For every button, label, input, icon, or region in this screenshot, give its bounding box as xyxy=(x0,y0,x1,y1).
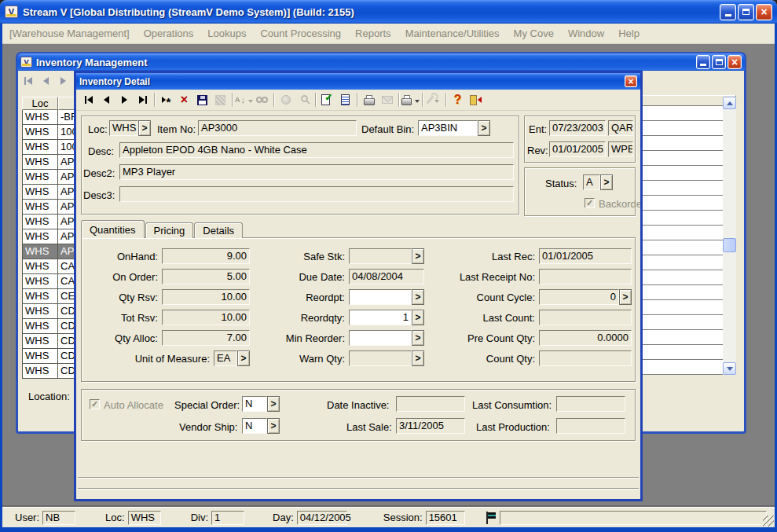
vendor-ship-lookup-button[interactable]: > xyxy=(267,418,280,434)
resize-grip[interactable] xyxy=(763,515,774,526)
ent-date-field: 07/23/2003 xyxy=(549,120,606,136)
menu-item[interactable]: Help xyxy=(611,28,647,39)
last-receipt-no-label: Last Receipt No: xyxy=(435,271,535,283)
special-order-label: Special Order: xyxy=(174,399,240,411)
close-button[interactable]: × xyxy=(756,4,772,20)
exit-icon[interactable] xyxy=(467,91,485,108)
count-qty-label: Count Qty: xyxy=(435,353,535,365)
detail-toolbar: *×A↓✓? xyxy=(76,90,640,111)
special-order-field[interactable]: N xyxy=(242,396,267,412)
detail-titlebar[interactable]: Inventory Detail × xyxy=(76,73,640,90)
min-reorder-field[interactable] xyxy=(349,330,412,346)
loc-lookup-button[interactable]: > xyxy=(138,120,151,136)
find-icon xyxy=(253,91,271,108)
next-record-icon[interactable] xyxy=(115,91,134,108)
edit-record-icon[interactable]: ✓ xyxy=(318,91,336,108)
loc-field[interactable]: WHS xyxy=(109,120,138,136)
new-record-icon[interactable]: * xyxy=(157,91,175,108)
warn-qty-lookup-button[interactable]: > xyxy=(412,350,424,366)
detail-close-button[interactable]: × xyxy=(625,75,637,87)
status-bar: User: NB Loc: WHS Div: 1 Day: 04/12/2005… xyxy=(2,507,775,527)
last-count-label: Last Count: xyxy=(435,312,535,324)
im-titlebar[interactable]: V Inventory Management × xyxy=(17,53,745,71)
im-prev-record-button[interactable] xyxy=(39,73,52,89)
min-reorder-lookup-button[interactable]: > xyxy=(412,330,424,346)
scroll-up-button[interactable] xyxy=(723,97,736,109)
tab-pricing[interactable]: Pricing xyxy=(145,222,194,238)
due-date-label: Due Date: xyxy=(256,271,345,283)
statusbar-loc-label: Loc: xyxy=(105,512,125,523)
desc2-field[interactable]: MP3 Player xyxy=(119,164,514,180)
last-consumtion-label: Last Consumtion: xyxy=(472,399,552,411)
menu-item[interactable]: Window xyxy=(561,28,611,39)
prev-record-icon[interactable] xyxy=(97,91,115,108)
safe-stk-lookup-button[interactable]: > xyxy=(412,248,424,264)
reordpt-field[interactable] xyxy=(349,289,412,305)
count-cycle-field[interactable]: 0 xyxy=(539,289,619,305)
im-next-record-button[interactable] xyxy=(57,73,69,89)
quantities-group: OnHand:9.00On Order:5.00Qty Rsv:10.00Tot… xyxy=(81,237,636,382)
delete-record-icon[interactable]: × xyxy=(175,91,193,108)
loc-cell: WHS xyxy=(23,170,58,185)
scrollbar-thumb[interactable] xyxy=(723,238,736,252)
scroll-down-button[interactable] xyxy=(723,362,736,375)
desc-label: Desc: xyxy=(88,145,114,157)
count-cycle-lookup-button[interactable]: > xyxy=(619,289,632,305)
menu-item[interactable]: Count Processing xyxy=(253,28,348,39)
on-order-field: 5.00 xyxy=(162,269,250,284)
flags-group: ✓ Auto Allocate Special Order: N > Vendo… xyxy=(81,389,636,441)
loc-cell: WHS xyxy=(23,244,58,259)
menu-item[interactable]: [Warehouse Management] xyxy=(2,28,137,39)
notes-icon[interactable] xyxy=(336,91,354,108)
last-record-icon[interactable] xyxy=(134,91,152,108)
vendor-ship-field[interactable]: N xyxy=(242,418,267,434)
im-title: Inventory Management xyxy=(36,57,696,68)
status-field[interactable]: A xyxy=(583,174,600,190)
menu-item[interactable]: My Cove xyxy=(507,28,561,39)
unit-of-measure-lookup-button[interactable]: > xyxy=(237,350,250,366)
loc-cell: WHS xyxy=(23,289,58,304)
print-icon[interactable] xyxy=(360,91,378,108)
default-bin-lookup-button[interactable]: > xyxy=(478,120,490,136)
save-icon[interactable] xyxy=(193,91,211,108)
reordpt-lookup-button[interactable]: > xyxy=(412,289,424,305)
item-header-group: Loc: WHS > Item No: AP3000 Default Bin: … xyxy=(81,116,519,215)
safe-stk-label: Safe Stk: xyxy=(256,251,345,262)
loc-column-header[interactable]: Loc xyxy=(22,97,58,110)
special-order-lookup-button[interactable]: > xyxy=(267,396,280,412)
item-no-field[interactable]: AP3000 xyxy=(198,120,357,136)
backorder-checkbox[interactable]: ✓ xyxy=(585,198,595,208)
maximize-button[interactable] xyxy=(738,4,754,20)
default-bin-field[interactable]: AP3BIN xyxy=(418,120,478,136)
im-minimize-button[interactable] xyxy=(696,55,710,69)
main-titlebar[interactable]: V Stream V [Global Distributing (StreamV… xyxy=(0,0,777,24)
qty-rsv-field: 10.00 xyxy=(162,289,250,305)
help-icon[interactable]: ? xyxy=(449,91,467,108)
im-close-button[interactable]: × xyxy=(728,55,742,69)
vertical-scrollbar[interactable] xyxy=(723,97,736,375)
first-record-icon[interactable] xyxy=(79,91,97,108)
im-first-record-button[interactable] xyxy=(22,73,35,89)
tab-quantities[interactable]: Quantities xyxy=(81,220,145,238)
reordqty-field[interactable]: 1 xyxy=(349,310,412,325)
main-title: Stream V [Global Distributing (StreamV D… xyxy=(23,6,720,18)
last-receipt-no-field xyxy=(539,269,632,284)
desc3-field[interactable] xyxy=(119,186,514,202)
warn-qty-field[interactable] xyxy=(349,350,412,366)
menu-item[interactable]: Lookups xyxy=(200,28,253,39)
safe-stk-field[interactable] xyxy=(349,248,412,264)
minimize-button[interactable] xyxy=(720,4,736,20)
status-lookup-button[interactable]: > xyxy=(600,174,613,190)
reordqty-lookup-button[interactable]: > xyxy=(412,310,424,325)
default-bin-label: Default Bin: xyxy=(361,123,414,135)
tab-details[interactable]: Details xyxy=(194,222,243,238)
print-options-icon[interactable] xyxy=(401,91,420,108)
menu-item[interactable]: Maintenance/Utilities xyxy=(398,28,507,39)
menu-item[interactable]: Reports xyxy=(348,28,398,39)
desc-field[interactable]: Appleton EPOD 4GB Nano - White Case xyxy=(119,142,514,158)
auto-allocate-checkbox[interactable]: ✓ xyxy=(90,399,100,409)
menu-item[interactable]: Operations xyxy=(137,28,201,39)
unit-of-measure-field[interactable]: EA xyxy=(214,350,237,366)
last-production-field xyxy=(556,418,625,434)
im-maximize-button[interactable] xyxy=(712,55,726,69)
